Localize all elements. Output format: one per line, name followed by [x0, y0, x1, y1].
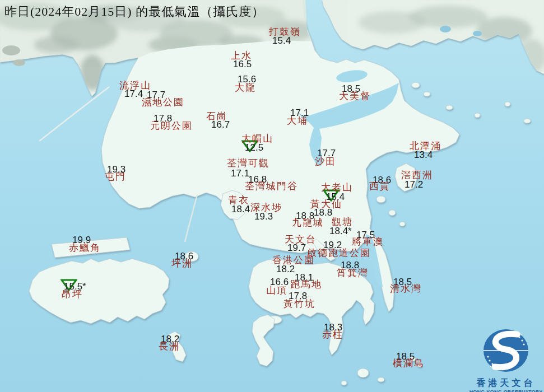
- hko-logo-english-name: HONG KONG OBSERVATORY: [468, 389, 543, 392]
- hko-logo-chinese-name: 香港天文台: [468, 377, 543, 389]
- station-name: 深水埗: [250, 203, 282, 213]
- station-name: 大埔: [287, 116, 308, 127]
- deep-bay-islet: [13, 59, 25, 66]
- station-name: 元朗公園: [150, 121, 193, 132]
- hko-logo-icon: [482, 327, 529, 374]
- station-name: 青衣: [228, 195, 249, 206]
- station-name: 大老山: [321, 183, 353, 193]
- station-name: 香港公園: [272, 255, 315, 266]
- small-island: [378, 377, 384, 382]
- station-name: 滘西洲: [401, 170, 433, 181]
- hong-kong-map: [0, 0, 544, 392]
- mirs-bay-island: [446, 105, 453, 110]
- mirs-bay-island: [505, 102, 510, 106]
- weather-map-screen: 昨日(2024年02月15日) 的最低氣溫（攝氏度） 15.4打鼓嶺16.5上水…: [0, 0, 544, 392]
- station-name: 荃灣城門谷: [245, 181, 298, 192]
- station-name: 跑馬地: [290, 279, 322, 290]
- station-name: 打鼓嶺: [269, 27, 301, 38]
- station-name: 觀塘: [332, 217, 353, 228]
- station-name: 筲箕灣: [337, 268, 369, 279]
- hko-logo: 香港天文台 HONG KONG OBSERVATORY: [468, 327, 543, 392]
- station-name: 天文台: [285, 235, 317, 245]
- station-name: 長洲: [159, 342, 180, 352]
- station-value: 17.2: [404, 180, 423, 189]
- station-name: 沙田: [315, 157, 336, 167]
- station-name: 屯門: [105, 172, 126, 183]
- station-name: 石崗: [206, 111, 227, 122]
- deep-bay-islet: [2, 45, 20, 55]
- station-name: 大隴: [235, 83, 256, 94]
- station-name: 赤鱲角: [69, 243, 101, 254]
- small-island: [376, 196, 385, 203]
- tung-ping-chau: [524, 119, 531, 123]
- station-name: 大美督: [339, 91, 371, 102]
- station-name: 昂坪: [62, 290, 83, 300]
- station-name: 清水灣: [390, 284, 422, 295]
- station-value: 17.1: [231, 169, 249, 178]
- station-name: 濕地公園: [142, 97, 184, 108]
- small-island: [399, 222, 405, 226]
- mirs-bay-island: [412, 82, 420, 88]
- mirs-bay-island: [475, 113, 480, 118]
- station-name: 北潭涌: [410, 141, 441, 152]
- small-island: [341, 381, 347, 385]
- mirs-bay-island: [424, 92, 430, 96]
- station-name: 山頂: [266, 286, 287, 296]
- station-name: 坪洲: [171, 259, 193, 269]
- station-name: 橫瀾島: [393, 358, 425, 369]
- station-name: 黃大仙: [310, 199, 342, 210]
- station-name: 九龍城: [292, 218, 324, 228]
- station-name: 西貢: [369, 181, 390, 192]
- page-title: 昨日(2024年02月15日) 的最低氣溫（攝氏度）: [4, 3, 264, 20]
- station-name: 赤柱: [322, 330, 343, 340]
- station-name: 上水: [231, 51, 252, 62]
- station-name: 荃灣可觀: [227, 158, 269, 169]
- station-name: 黃竹坑: [283, 299, 315, 310]
- station-name: 啟德跑道公園: [307, 248, 371, 259]
- station-name: 大帽山: [241, 134, 273, 144]
- station-name: 將軍澳: [352, 237, 384, 248]
- po-toi-island: [357, 368, 369, 377]
- small-island: [389, 210, 396, 216]
